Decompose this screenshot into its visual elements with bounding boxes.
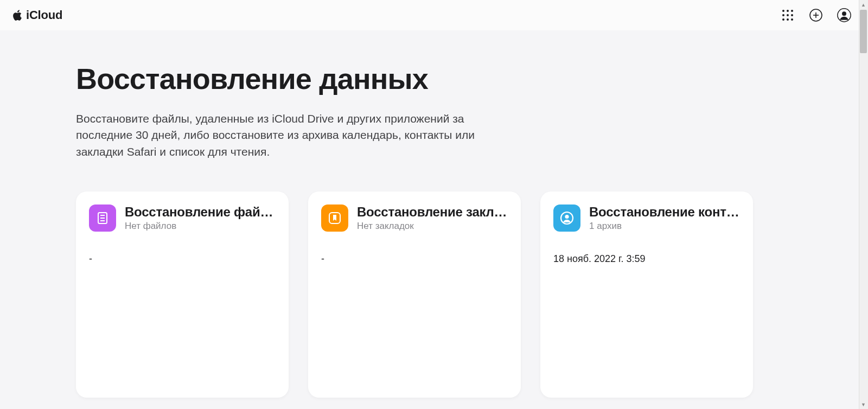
card-title-block: Восстановление закла… Нет закладок bbox=[357, 204, 508, 232]
brand-container[interactable]: iCloud bbox=[13, 8, 62, 22]
svg-point-5 bbox=[791, 14, 793, 16]
apps-grid-icon[interactable] bbox=[780, 8, 795, 23]
card-restore-files[interactable]: Восстановление файл… Нет файлов - bbox=[76, 191, 289, 398]
svg-point-6 bbox=[782, 18, 784, 21]
svg-point-1 bbox=[787, 10, 789, 12]
card-title-block: Восстановление конта… 1 архив bbox=[589, 204, 740, 232]
card-title: Восстановление конта… bbox=[589, 204, 740, 220]
card-title: Восстановление закла… bbox=[357, 204, 508, 220]
svg-point-2 bbox=[791, 10, 793, 12]
header: iCloud bbox=[0, 0, 868, 30]
recovery-cards: Восстановление файл… Нет файлов - Восста… bbox=[76, 191, 783, 398]
svg-point-20 bbox=[565, 215, 569, 219]
brand-text: iCloud bbox=[26, 8, 62, 22]
bookmarks-icon bbox=[321, 204, 348, 232]
scrollbar[interactable]: ▲ ▼ bbox=[859, 0, 868, 409]
card-restore-bookmarks[interactable]: Восстановление закла… Нет закладок - bbox=[308, 191, 521, 398]
page-description: Восстановите файлы, удаленные из iCloud … bbox=[76, 111, 477, 160]
scroll-up-icon[interactable]: ▲ bbox=[859, 0, 868, 9]
card-title: Восстановление файл… bbox=[125, 204, 276, 220]
main-content: Восстановление данных Восстановите файлы… bbox=[0, 30, 859, 398]
card-body: - bbox=[321, 253, 508, 265]
header-actions bbox=[780, 8, 852, 23]
apple-logo-icon bbox=[13, 9, 23, 21]
contacts-icon bbox=[553, 204, 580, 232]
card-subtitle: Нет файлов bbox=[125, 221, 276, 232]
card-body: 18 нояб. 2022 г. 3:59 bbox=[553, 253, 740, 265]
card-header: Восстановление закла… Нет закладок bbox=[321, 204, 508, 232]
page-title: Восстановление данных bbox=[76, 62, 783, 95]
scrollbar-thumb[interactable] bbox=[860, 10, 867, 53]
svg-point-8 bbox=[791, 18, 793, 21]
card-subtitle: Нет закладок bbox=[357, 221, 508, 232]
account-icon[interactable] bbox=[837, 8, 852, 23]
card-body: - bbox=[89, 253, 276, 265]
svg-point-0 bbox=[782, 10, 784, 12]
files-icon bbox=[89, 204, 116, 232]
scroll-down-icon[interactable]: ▼ bbox=[859, 400, 868, 409]
svg-point-13 bbox=[842, 11, 846, 16]
card-subtitle: 1 архив bbox=[589, 221, 740, 232]
card-header: Восстановление файл… Нет файлов bbox=[89, 204, 276, 232]
svg-point-4 bbox=[787, 14, 789, 16]
card-header: Восстановление конта… 1 архив bbox=[553, 204, 740, 232]
svg-point-7 bbox=[787, 18, 789, 21]
card-restore-contacts[interactable]: Восстановление конта… 1 архив 18 нояб. 2… bbox=[540, 191, 753, 398]
add-icon[interactable] bbox=[808, 8, 824, 23]
svg-point-3 bbox=[782, 14, 784, 16]
card-title-block: Восстановление файл… Нет файлов bbox=[125, 204, 276, 232]
